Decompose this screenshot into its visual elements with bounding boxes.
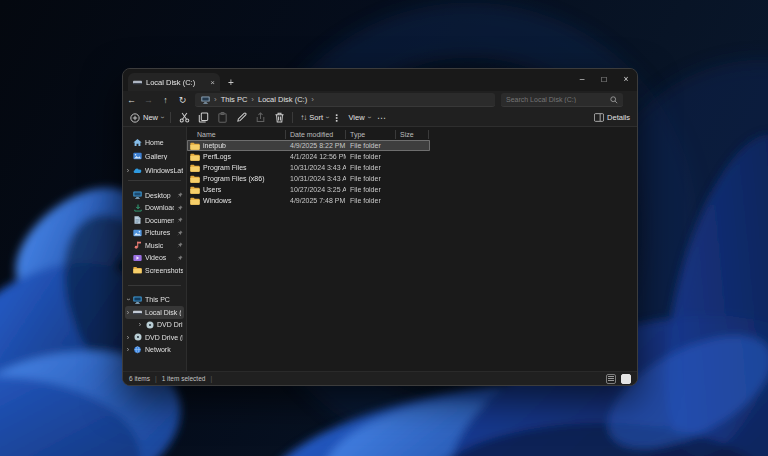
status-divider: | (210, 375, 212, 382)
sidebar-separator (128, 285, 181, 286)
desktop-icon (133, 191, 142, 200)
file-row-windows[interactable]: Windows 4/9/2025 7:48 PM File folder (187, 195, 430, 206)
toolbar-divider (170, 112, 171, 123)
delete-button[interactable] (273, 112, 285, 124)
share-button[interactable] (254, 112, 266, 124)
this-pc-icon (133, 295, 142, 304)
details-button[interactable]: Details (594, 113, 630, 122)
chevron-down-icon: › (365, 116, 372, 118)
sidebar-item-network[interactable]: › Network (123, 344, 186, 357)
sidebar-item-gallery[interactable]: Gallery (123, 149, 186, 163)
file-row-perflogs[interactable]: PerfLogs 4/1/2024 12:56 PM File folder (187, 151, 430, 162)
column-header-name[interactable]: Name (187, 130, 286, 139)
breadcrumb[interactable]: › This PC › Local Disk (C:) › (195, 93, 495, 107)
navigation-bar: ← → ↑ ↻ › This PC › Local Disk (C:) › (123, 91, 637, 109)
chevron-expanded-icon[interactable]: › (125, 297, 132, 303)
pictures-icon (133, 228, 142, 237)
column-header-date-modified[interactable]: Date modified (286, 130, 346, 139)
chevron-right-icon[interactable]: › (125, 167, 131, 174)
sidebar-item-onedrive[interactable]: › WindowsLatest - Pe (123, 163, 186, 177)
downloads-icon (133, 203, 142, 212)
caption-buttons: – □ × (571, 69, 637, 89)
forward-icon[interactable]: → (140, 95, 157, 105)
maximize-button[interactable]: □ (593, 69, 615, 89)
sidebar-item-screenshots[interactable]: Screenshots (123, 264, 186, 277)
pin-icon (177, 255, 183, 261)
file-row-program-files-x86[interactable]: Program Files (x86) 10/31/2024 3:43 AM F… (187, 173, 430, 184)
sidebar-item-desktop[interactable]: Desktop (123, 189, 186, 202)
breadcrumb-separator: › (214, 95, 217, 104)
sidebar-item-home[interactable]: Home (123, 135, 186, 149)
tab-title: Local Disk (C:) (146, 78, 206, 87)
chevron-right-icon[interactable]: › (137, 321, 143, 328)
this-pc-icon (201, 96, 210, 104)
sidebar-item-this-pc[interactable]: › This PC (123, 294, 186, 307)
sidebar-spacer (123, 277, 186, 282)
large-icons-view-toggle[interactable] (621, 374, 631, 384)
pin-icon (177, 205, 183, 211)
new-tab-button[interactable]: + (228, 77, 234, 88)
file-row-program-files[interactable]: Program Files 10/31/2024 3:43 AM File fo… (187, 162, 430, 173)
dvd-drive-icon (133, 333, 142, 342)
pin-icon (177, 192, 183, 198)
sidebar-item-music[interactable]: Music (123, 239, 186, 252)
chevron-right-icon[interactable]: › (125, 334, 131, 341)
column-header-type[interactable]: Type (346, 130, 396, 139)
file-row-users[interactable]: Users 10/27/2024 3:25 AM File folder (187, 184, 430, 195)
refresh-icon[interactable]: ↻ (174, 95, 191, 105)
status-divider: | (155, 375, 157, 382)
back-icon[interactable]: ← (123, 95, 140, 105)
minimize-button[interactable]: – (571, 69, 593, 89)
sidebar-separator (128, 180, 181, 181)
navigation-pane: Home Gallery › WindowsLatest - Pe Deskto… (123, 127, 187, 371)
status-bar: 6 items | 1 item selected | (123, 371, 637, 385)
column-header-size[interactable]: Size (396, 130, 429, 139)
file-explorer-window: Local Disk (C:) × + – □ × ← → ↑ ↻ › This… (122, 68, 638, 386)
sidebar-item-videos[interactable]: Videos (123, 252, 186, 265)
details-view-toggle[interactable] (606, 374, 616, 384)
new-plus-icon (130, 113, 140, 123)
sidebar-item-dvd-drive-d-outer[interactable]: › DVD Drive (D:) CCC (123, 331, 186, 344)
sidebar-item-dvd-drive-d[interactable]: › DVD Drive (D:) CC (123, 319, 186, 332)
dvd-drive-icon (145, 320, 154, 329)
breadcrumb-separator: › (251, 95, 254, 104)
folder-icon (190, 153, 200, 161)
breadcrumb-local-disk[interactable]: Local Disk (C:) (258, 95, 307, 104)
chevron-right-icon[interactable]: › (125, 309, 131, 316)
chevron-down-icon: › (324, 116, 331, 118)
home-icon (133, 138, 142, 147)
view-button[interactable]: View › (335, 113, 369, 123)
column-headers: Name Date modified Type Size (187, 128, 637, 140)
drive-icon (133, 79, 142, 86)
search-input[interactable] (506, 96, 610, 103)
folder-icon (190, 197, 200, 205)
tab-close-icon[interactable]: × (210, 78, 215, 87)
sidebar-item-downloads[interactable]: Downloads (123, 202, 186, 215)
explorer-tab[interactable]: Local Disk (C:) × (128, 73, 220, 91)
view-icon (335, 113, 345, 123)
paste-button[interactable] (216, 112, 228, 124)
videos-icon (133, 253, 142, 262)
sort-icon: ↑↓ (300, 113, 306, 122)
new-label: New (143, 113, 158, 122)
music-icon (133, 241, 142, 250)
breadcrumb-separator: › (311, 95, 314, 104)
sidebar-item-pictures[interactable]: Pictures (123, 227, 186, 240)
copy-button[interactable] (197, 112, 209, 124)
command-bar: New › ↑↓ Sort › View › (123, 109, 637, 127)
sidebar-item-local-disk-c[interactable]: › Local Disk (C:) (125, 306, 184, 319)
cut-button[interactable] (178, 112, 190, 124)
sort-button[interactable]: ↑↓ Sort › (300, 113, 328, 122)
chevron-right-icon[interactable]: › (125, 346, 131, 353)
breadcrumb-this-pc[interactable]: This PC (221, 95, 248, 104)
file-rows: inetpub 4/9/2025 8:22 PM File folder Per… (187, 140, 430, 206)
file-row-inetpub[interactable]: inetpub 4/9/2025 8:22 PM File folder (187, 140, 430, 151)
sidebar-item-documents[interactable]: Documents (123, 214, 186, 227)
rename-button[interactable] (235, 112, 247, 124)
up-icon[interactable]: ↑ (157, 95, 174, 105)
new-button[interactable]: New › (130, 113, 163, 123)
folder-icon (190, 175, 200, 183)
view-label: View (348, 113, 364, 122)
more-options-icon[interactable]: ⋯ (377, 113, 386, 123)
close-button[interactable]: × (615, 69, 637, 89)
